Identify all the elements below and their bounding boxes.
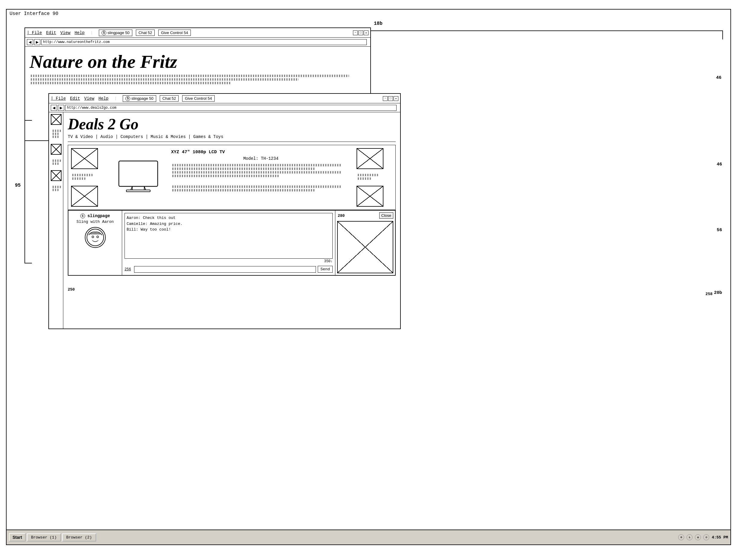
close-button[interactable]: Close xyxy=(379,212,393,219)
win-controls-2: − □ ✕ xyxy=(383,96,398,101)
menu-file-2[interactable]: | File xyxy=(51,96,66,101)
clock: 4:55 PM xyxy=(712,535,728,540)
annotation-258: 258 xyxy=(706,292,713,296)
wavy-product-1 xyxy=(71,174,107,181)
forward-btn-1[interactable]: ▶ xyxy=(34,39,40,45)
product-thumb-1[interactable] xyxy=(71,148,98,169)
wavy-line xyxy=(71,177,85,180)
product-thumb-3[interactable] xyxy=(357,148,383,169)
chat-input[interactable] xyxy=(134,266,316,273)
annotation-250: 250 xyxy=(68,287,75,292)
sys-icon-3: ✿ xyxy=(695,534,701,540)
product-title: XYZ 47" 1080p LCD TV xyxy=(171,150,351,155)
title-bar-left-1: | File Edit View Help | S slingpage 50 C… xyxy=(27,30,191,36)
slingpage-btn-1[interactable]: S slingpage 50 xyxy=(99,30,132,36)
win2-content-area: Deals 2 Go TV & Video | Audio | Computer… xyxy=(63,112,400,329)
wavy-line xyxy=(30,78,299,81)
url-input-1[interactable] xyxy=(41,39,367,45)
message-1: Aaron: Check this out xyxy=(127,215,331,221)
taskbar-browser2[interactable]: Browser (2) xyxy=(62,533,96,541)
annotation-350: 350↓ xyxy=(125,259,333,263)
close-btn-1[interactable]: ✕ xyxy=(364,30,369,35)
sys-icon-2: ♿ xyxy=(687,534,693,540)
minimize-btn-1[interactable]: − xyxy=(353,30,358,35)
outer-container: User Interface 90 18b | File Edit View H… xyxy=(6,9,731,545)
svg-rect-2 xyxy=(126,190,150,192)
slingpage-icon-2: S xyxy=(125,96,130,101)
address-bar-2: ◀ ▶ xyxy=(49,103,400,112)
annotation-46-1: 46 xyxy=(716,75,721,80)
wavy-product-2 xyxy=(357,174,392,181)
chat-btn-1[interactable]: Chat 52 xyxy=(136,30,155,36)
wavy-line xyxy=(357,177,371,180)
chat-left-panel: S slingpage Sling with Aaron xyxy=(68,211,122,275)
slingpage-btn-2[interactable]: S slingpage 50 xyxy=(123,95,156,102)
back-btn-1[interactable]: ◀ xyxy=(27,39,33,45)
address-bar-1: ◀ ▶ xyxy=(25,38,370,47)
maximize-btn-1[interactable]: □ xyxy=(358,30,363,35)
menu-edit-2[interactable]: Edit xyxy=(70,96,80,101)
bracket-95 xyxy=(24,120,32,263)
taskbar: Start Browser (1) Browser (2) ⊕ ♿ ✿ ⊘ 4:… xyxy=(7,530,730,544)
chat-panel: S slingpage Sling with Aaron xyxy=(68,210,396,276)
title-bar-left-2: | File Edit View Help | S slingpage 50 C… xyxy=(51,95,215,102)
product-area: XYZ 47" 1080p LCD TV Model: TH-1234 xyxy=(68,145,396,210)
wavy-line xyxy=(171,185,342,188)
svg-rect-1 xyxy=(132,186,144,190)
menu-help-2[interactable]: Help xyxy=(99,96,109,101)
give-control-btn-1[interactable]: Give Control 54 xyxy=(158,30,191,36)
menu-edit-1[interactable]: Edit xyxy=(46,30,56,35)
site-title-1: Nature on the Fritz xyxy=(30,51,366,72)
annotation-20b: 20b xyxy=(714,290,722,295)
menu-file-1[interactable]: | File xyxy=(27,30,42,35)
start-button[interactable]: Start xyxy=(9,533,26,541)
back-btn-2[interactable]: ◀ xyxy=(51,105,57,111)
product-thumb-2[interactable] xyxy=(71,186,98,207)
messages-display: Aaron: Check this out Camielle: Amazing … xyxy=(125,213,333,259)
ui-label: User Interface 90 xyxy=(10,11,58,16)
wavy-line xyxy=(171,168,315,170)
message-2: Camielle: Amazing price. xyxy=(127,221,331,227)
menu-view-1[interactable]: View xyxy=(60,30,70,35)
maximize-btn-2[interactable]: □ xyxy=(388,96,393,101)
wavy-line xyxy=(51,159,61,162)
url-input-2[interactable] xyxy=(65,105,397,111)
send-button[interactable]: Send xyxy=(318,266,333,273)
forward-btn-2[interactable]: ▶ xyxy=(58,105,64,111)
wavy-lines-1 xyxy=(30,75,366,84)
annotation-256: 256 xyxy=(125,267,131,271)
taskbar-right: ⊕ ♿ ✿ ⊘ 4:55 PM xyxy=(678,534,728,540)
wavy-line xyxy=(171,164,342,166)
win2-main: Deals 2 Go TV & Video | Audio | Computer… xyxy=(49,112,400,329)
tv-image xyxy=(116,159,161,195)
annotation-280: 280 xyxy=(338,214,345,218)
svg-point-6 xyxy=(92,236,94,238)
wavy-line xyxy=(171,189,315,191)
product-wavy-1 xyxy=(171,164,351,177)
minimize-btn-2[interactable]: − xyxy=(383,96,388,101)
svg-point-7 xyxy=(97,236,99,238)
cross-box-2 xyxy=(51,144,62,155)
chat-input-row: 256 Send xyxy=(125,266,333,273)
menu-help-1[interactable]: Help xyxy=(75,30,85,35)
menu-bar-2: | File Edit View Help xyxy=(51,96,108,101)
wavy-line xyxy=(30,75,349,77)
cross-box-1 xyxy=(51,114,62,125)
cross-box-3 xyxy=(51,170,62,181)
deals-nav[interactable]: TV & Video | Audio | Computers | Music &… xyxy=(68,134,396,142)
browser-window-2: | File Edit View Help | S slingpage 50 C… xyxy=(48,93,401,329)
chat-right-panel: Close 280 xyxy=(335,211,395,275)
annotation-46-2: 46 xyxy=(717,162,722,167)
wavy-small-2 xyxy=(51,159,61,165)
close-btn-2[interactable]: ✕ xyxy=(394,96,398,101)
give-control-btn-2[interactable]: Give Control 54 xyxy=(182,95,214,102)
slingpage-label-1: slingpage 50 xyxy=(108,30,130,35)
taskbar-browser1[interactable]: Browser (1) xyxy=(27,533,61,541)
menu-view-2[interactable]: View xyxy=(84,96,94,101)
title-bar-2: | File Edit View Help | S slingpage 50 C… xyxy=(49,94,400,103)
chat-btn-2[interactable]: Chat 52 xyxy=(160,95,179,102)
product-image-area xyxy=(111,148,165,207)
product-thumb-4[interactable] xyxy=(357,186,383,207)
wavy-line xyxy=(51,189,59,191)
wavy-line xyxy=(51,133,59,135)
